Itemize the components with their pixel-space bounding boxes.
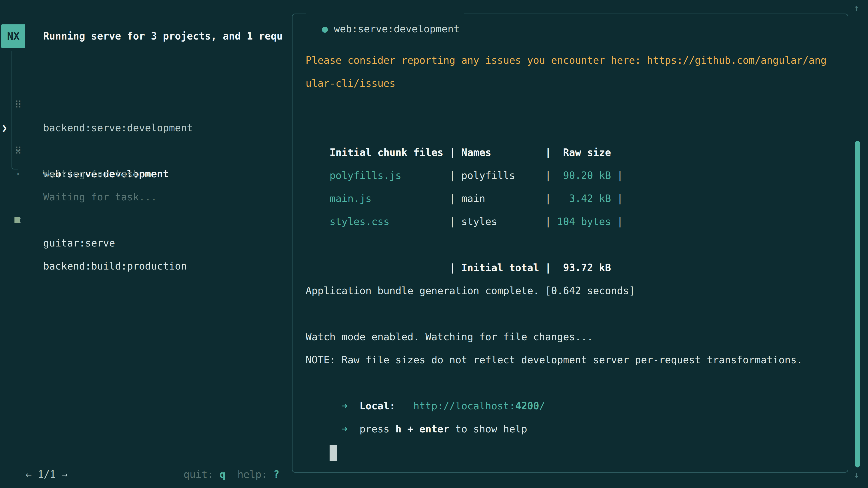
pagination: ← 1/1 → (14, 439, 68, 463)
page-indicator: 1/1 (32, 468, 61, 480)
task-label: backend:build:production (43, 255, 187, 278)
pipe: | (611, 193, 623, 204)
pipe: | (611, 170, 623, 181)
success-square-icon (14, 217, 20, 223)
task-row-backend-build[interactable]: backend:build:production (0, 208, 287, 232)
pipe: | (450, 216, 461, 227)
chunk-size: 90.20 kB (557, 164, 611, 187)
chunk-size: 104 bytes (557, 210, 611, 233)
press-suffix: to show help (450, 423, 527, 435)
col-header-files: Initial chunk files (330, 141, 450, 164)
total-size: 93.72 kB (557, 256, 611, 279)
chunk-file: styles.css (330, 210, 450, 233)
pipe: | (611, 216, 623, 227)
bundle-complete-message: Application bundle generation complete. … (306, 279, 841, 302)
panel-title: ● web:serve:development (306, 6, 464, 21)
help-hint-label: help: (237, 468, 273, 480)
nx-logo: NX (1, 24, 25, 48)
running-status-dot-icon: ● (322, 23, 328, 35)
gap (395, 400, 413, 412)
chunk-name: main (461, 187, 545, 210)
help-key[interactable]: ? (273, 468, 279, 480)
pipe: | (545, 216, 557, 227)
task-label: Waiting for task... (43, 162, 157, 186)
pipe: | (450, 262, 461, 273)
chunk-file: polyfills.js (330, 164, 450, 187)
pipe: | (545, 262, 557, 273)
table-total-row: | Initial total| 93.72 kB (306, 233, 841, 256)
terminal-cursor (330, 445, 337, 461)
chunk-file: main.js (330, 187, 450, 210)
page-next-arrow[interactable]: → (62, 468, 68, 480)
terminal-output[interactable]: Please consider reporting any issues you… (306, 49, 841, 441)
press-keys: h + enter (395, 423, 449, 435)
chunk-name: polyfills (461, 164, 545, 187)
quit-key[interactable]: q (219, 468, 225, 480)
task-row-guitar-serve[interactable]: × guitar:serve (0, 186, 287, 208)
url-port: 4200 (515, 400, 539, 412)
note-message: NOTE: Raw file sizes do not reflect deve… (306, 348, 841, 371)
pipe: | (545, 147, 557, 158)
total-label: Initial total (461, 256, 545, 279)
keyboard-hints: quit: q help: ? (172, 439, 279, 463)
scroll-down-arrow[interactable]: ↓ (854, 470, 859, 480)
task-row-backend-serve[interactable]: ⠿ backend:serve:development (0, 70, 287, 93)
local-url-link[interactable]: http://localhost:4200/ (413, 400, 545, 412)
nx-terminal-ui: { "sidebar": { "logo": "NX", "heading": … (0, 0, 868, 488)
col-header-size: Raw size (557, 141, 611, 164)
task-label: guitar:serve (43, 232, 115, 255)
url-host: http://localhost: (413, 400, 515, 412)
blank-line (306, 302, 841, 325)
pipe: | (545, 193, 557, 204)
blank-line (306, 95, 841, 118)
arrow-icon: ➜ (330, 423, 360, 435)
pipe: | (450, 170, 461, 181)
page-prev-arrow[interactable]: ← (26, 468, 32, 480)
pipe: | (545, 170, 557, 181)
scroll-up-arrow[interactable]: ↑ (854, 3, 859, 13)
warning-line: ular-cli/issues (306, 72, 841, 95)
col-header-names: Names (461, 141, 545, 164)
arrow-icon: ➜ (330, 400, 360, 412)
pipe: | (450, 193, 461, 204)
quit-hint-label: quit: (184, 468, 219, 480)
url-slash: / (539, 400, 545, 412)
warning-line: Please consider reporting any issues you… (306, 49, 841, 72)
task-row-waiting-1[interactable]: · Waiting for task... (0, 116, 287, 139)
local-label: Local: (360, 400, 395, 412)
task-row-waiting-2[interactable]: · Waiting for task... (0, 139, 287, 162)
table-header-row: Initial chunk files| Names| Raw size (306, 118, 841, 141)
panel-title-label: web:serve:development (328, 23, 460, 35)
chunk-name: styles (461, 210, 545, 233)
pipe: | (450, 147, 461, 158)
scrollbar-thumb[interactable] (855, 141, 860, 467)
press-prefix: press (360, 423, 395, 435)
page-title: Running serve for 3 projects, and 1 requ (43, 24, 283, 48)
watch-mode-message: Watch mode enabled. Watching for file ch… (306, 325, 841, 348)
chunk-size: 3.42 kB (557, 187, 611, 210)
pending-dot-icon: · (13, 162, 24, 186)
task-row-web-serve-selected[interactable]: ❯ ⠿ web:serve:development (0, 93, 287, 116)
hint-separator (225, 468, 237, 480)
local-url-line: ➜ Local: http://localhost:4200/ (306, 371, 841, 394)
